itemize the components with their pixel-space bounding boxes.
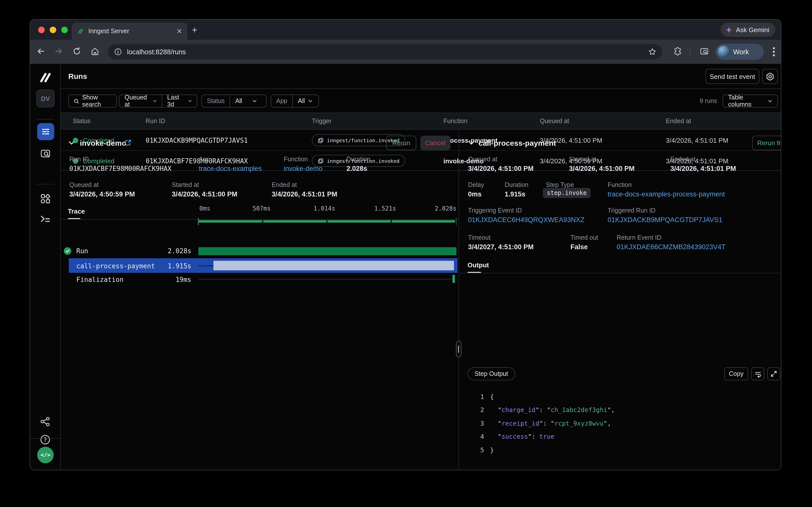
trace-delay-line [198, 265, 213, 266]
step-function-link[interactable]: trace-docs-examples-process-payment [608, 190, 725, 198]
send-test-event-button[interactable]: Send test event [705, 69, 759, 84]
word-wrap-button[interactable] [751, 367, 764, 380]
app-filter-value[interactable]: All [293, 95, 318, 107]
field-label: Run ID [69, 156, 89, 163]
trace-finalization-line [198, 279, 455, 279]
status-filter-value[interactable]: All [230, 95, 262, 107]
return-event-id-link[interactable]: 01KJXDAE66CMZMB28439023V4T [617, 243, 726, 251]
run-id-value: 01KJXDACBF7E98M00RAFCK9HAX [69, 165, 172, 172]
app-link[interactable]: trace-docs-examples [199, 165, 262, 172]
column-header-function[interactable]: Function [443, 118, 467, 125]
browser-tab[interactable]: Inngest Server ✕ [72, 22, 187, 40]
reload-icon[interactable] [72, 47, 81, 56]
main-content: Runs Send test event Show search Queued … [61, 64, 781, 470]
field-label: Triggered Run ID [608, 207, 655, 214]
tab-trace[interactable]: Trace [68, 208, 85, 215]
filter-bar: Show search Queued at Last 3d Status [61, 89, 781, 113]
tab-strip: Inngest Server ✕ + Ask Gemini [30, 19, 781, 40]
collapse-chevron-icon[interactable] [68, 140, 75, 146]
trace-minimap[interactable] [198, 220, 455, 223]
back-icon[interactable] [36, 47, 45, 56]
run-title: invoke-demo [80, 139, 126, 147]
trace-bar-step[interactable] [213, 261, 454, 270]
copy-button[interactable]: Copy [724, 367, 748, 380]
rerun-from-step-button[interactable]: Rerun from step [752, 136, 782, 150]
maximize-window-button[interactable] [61, 26, 68, 33]
trace-span-step[interactable]: call-process-payment [76, 262, 155, 270]
code-icon: </> [41, 452, 51, 458]
code-line: 3 "receipt_id": "rcpt_9xyz8wvu", [459, 416, 781, 430]
app-filter[interactable]: App All [271, 95, 319, 108]
output-code-block[interactable]: 1{2 "charge_id": "ch_1abc2def3ghi",3 "re… [459, 390, 781, 456]
time-filter[interactable]: Queued at Last 3d [119, 95, 197, 108]
line-number: 4 [477, 433, 484, 440]
axis-tick: 1.014s [314, 205, 335, 212]
field-label: Ended at [670, 156, 695, 163]
home-icon[interactable] [90, 47, 100, 56]
trace-bar-finalization[interactable] [452, 275, 455, 283]
ask-gemini-button[interactable]: Ask Gemini [721, 22, 775, 37]
time-range-select[interactable]: Last 3d [162, 95, 197, 107]
sidebar-item-events[interactable] [40, 148, 51, 160]
field-label: App [199, 156, 210, 163]
screen: Inngest Server ✕ + Ask Gemini [0, 0, 812, 507]
step-output-selector[interactable]: Step Output [467, 367, 515, 380]
site-info-icon[interactable] [114, 48, 122, 56]
queued-at-value: 3/4/2026, 4:50:59 PM [69, 190, 135, 198]
browser-profile-chip[interactable]: Work [715, 44, 764, 60]
tab-close-icon[interactable]: ✕ [177, 27, 182, 35]
rerun-button[interactable]: Rerun [386, 136, 416, 150]
panel-resize-handle[interactable] [456, 341, 461, 357]
status-filter[interactable]: Status All [201, 95, 267, 108]
help-icon[interactable]: ? [40, 434, 51, 445]
column-header-status[interactable]: Status [73, 118, 90, 125]
dev-tools-button[interactable]: </> [37, 447, 54, 463]
field-label: Duration [347, 156, 370, 163]
code-text: { [490, 393, 494, 400]
show-search-button[interactable]: Show search [68, 95, 117, 108]
cancel-button[interactable]: Cancel [420, 136, 450, 150]
new-tab-button[interactable]: + [192, 24, 197, 36]
triggered-run-id-link[interactable]: 01KJXDACKB9MPQACGTDP7JAVS1 [608, 216, 723, 224]
browser-menu-icon[interactable] [773, 47, 775, 58]
trace-bar-run[interactable] [198, 247, 456, 255]
ended-at-value: 3/4/2026, 4:51:01 PM [272, 190, 337, 198]
page-title: Runs [68, 72, 87, 80]
table-columns-button[interactable]: Table columns [723, 95, 778, 108]
column-header-run-id[interactable]: Run ID [146, 118, 165, 125]
runs-count: 9 runs [700, 98, 717, 105]
trace-span-run[interactable]: Run [76, 247, 88, 255]
tab-output[interactable]: Output [467, 261, 489, 269]
avatar [717, 46, 730, 58]
settings-button[interactable] [762, 69, 778, 84]
time-field-select[interactable]: Queued at [120, 95, 162, 107]
expand-button[interactable] [767, 367, 780, 380]
external-link-icon[interactable] [125, 139, 132, 146]
sidebar-item-functions[interactable] [40, 213, 51, 225]
address-bar[interactable]: localhost:8288/runs [108, 44, 662, 59]
share-icon[interactable] [40, 416, 51, 427]
minimize-window-button[interactable] [50, 26, 56, 33]
field-label: Function [608, 181, 632, 188]
url-text[interactable]: localhost:8288/runs [127, 48, 643, 56]
workspace-badge[interactable]: DV [36, 90, 55, 108]
forward-icon[interactable] [54, 47, 63, 56]
field-label: Return Event ID [617, 234, 661, 241]
close-window-button[interactable] [38, 26, 45, 33]
trace-span-finalization[interactable]: Finalization [76, 276, 124, 283]
collapse-chevron-icon[interactable] [468, 140, 475, 146]
column-header-ended-at[interactable]: Ended at [666, 118, 691, 125]
ended-at-value: 3/4/2026, 4:51:01 PM [670, 165, 736, 172]
function-link[interactable]: invoke-demo [284, 165, 323, 172]
column-header-queued-at[interactable]: Queued at [540, 118, 569, 125]
triggering-event-id-link[interactable]: 01KJXDACEC6H49QRQXWEA93NXZ [468, 216, 584, 224]
bookmark-star-icon[interactable] [648, 48, 656, 56]
column-header-trigger[interactable]: Trigger [312, 118, 331, 125]
sidebar-item-apps[interactable] [40, 193, 51, 205]
sidebar-item-runs[interactable] [37, 123, 54, 140]
delay-value: 0ms [468, 190, 482, 198]
search-tabs-icon[interactable] [699, 47, 709, 56]
extensions-icon[interactable] [673, 47, 682, 56]
field-label: Queued at [69, 181, 99, 188]
expand-icon [770, 370, 777, 377]
